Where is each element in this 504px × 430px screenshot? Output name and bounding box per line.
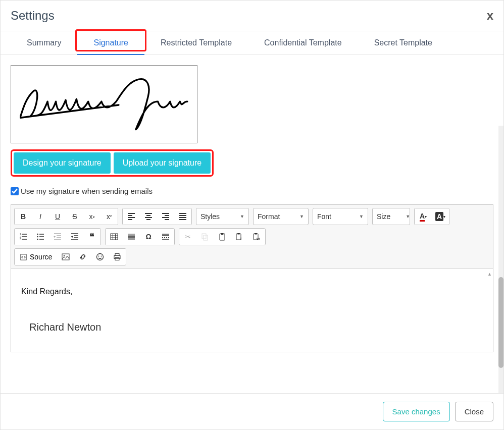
subscript-icon[interactable]: x₂ (83, 208, 100, 225)
scroll-up-icon[interactable]: ▲ (487, 270, 492, 279)
image-icon[interactable] (57, 249, 74, 265)
highlight-color-icon[interactable]: A▾ (432, 208, 449, 225)
svg-rect-12 (237, 233, 240, 235)
svg-rect-23 (115, 254, 119, 256)
editor-content[interactable]: ▲ Kind Regards, Richard Newton (11, 269, 493, 352)
svg-text:W: W (257, 237, 260, 241)
svg-text:3: 3 (20, 238, 21, 241)
toolbar-row-1: B I U S x₂ x² Styles▼ (14, 208, 490, 225)
svg-point-20 (97, 254, 104, 260)
source-button[interactable]: Source (15, 249, 57, 265)
svg-rect-6 (111, 234, 118, 240)
table-icon[interactable] (106, 229, 123, 245)
svg-text:T: T (240, 237, 242, 241)
indent-icon[interactable] (66, 229, 83, 245)
rich-text-editor: B I U S x₂ x² Styles▼ (11, 204, 493, 352)
signature-name: Richard Newton (21, 317, 483, 337)
hr-icon[interactable] (123, 229, 140, 245)
outdent-icon[interactable] (49, 229, 66, 245)
upload-signature-button[interactable]: Upload your signature (114, 152, 211, 174)
align-center-icon[interactable] (140, 208, 157, 225)
print-icon[interactable] (109, 249, 126, 265)
text-color-icon[interactable]: A▾ (415, 208, 432, 225)
svg-rect-15 (255, 233, 257, 235)
modal-footer: Save changes Close (1, 393, 503, 429)
paste-text-icon[interactable]: T (231, 229, 248, 245)
strikethrough-icon[interactable]: S (66, 208, 83, 225)
tab-bar: Summary Signature Restricted Template Co… (1, 31, 503, 55)
tab-content: Design your signature Upload your signat… (1, 55, 503, 393)
close-button[interactable]: Close (455, 402, 493, 421)
font-dropdown[interactable]: Font▼ (313, 208, 368, 225)
superscript-icon[interactable]: x² (100, 208, 118, 225)
use-signature-label: Use my signature when sending emails (21, 187, 153, 195)
font-label: Font (317, 212, 331, 221)
svg-point-22 (101, 256, 102, 257)
format-dropdown[interactable]: Format▼ (253, 208, 309, 225)
justify-icon[interactable] (174, 208, 191, 225)
signature-preview (11, 65, 197, 143)
tab-confidential[interactable]: Confidential Template (248, 31, 358, 55)
tab-summary[interactable]: Summary (11, 31, 77, 55)
page-break-icon[interactable] (157, 229, 174, 245)
copy-icon[interactable] (196, 229, 214, 245)
svg-rect-7 (202, 234, 206, 239)
special-char-icon[interactable]: Ω (140, 229, 157, 245)
paste-icon[interactable] (214, 229, 231, 245)
tab-restricted[interactable]: Restricted Template (144, 31, 248, 55)
svg-rect-10 (221, 233, 224, 235)
svg-point-19 (64, 255, 65, 257)
svg-point-4 (37, 236, 38, 238)
numbered-list-icon[interactable]: 123 (15, 229, 32, 245)
link-icon[interactable] (74, 249, 91, 265)
align-left-icon[interactable] (123, 208, 140, 225)
svg-point-3 (37, 234, 38, 235)
editor-wrapper: B I U S x₂ x² Styles▼ (11, 204, 493, 352)
signature-greeting: Kind Regards, (21, 284, 483, 299)
source-label: Source (30, 253, 52, 261)
tab-secret[interactable]: Secret Template (358, 31, 448, 55)
bold-icon[interactable]: B (15, 208, 32, 225)
bullet-list-icon[interactable] (32, 229, 49, 245)
svg-rect-8 (204, 235, 208, 240)
tab-signature-wrapper: Signature (77, 31, 144, 55)
svg-point-5 (37, 239, 38, 240)
paste-word-icon[interactable]: W (248, 229, 265, 245)
format-label: Format (258, 212, 280, 221)
design-signature-button[interactable]: Design your signature (14, 152, 111, 174)
close-icon[interactable]: x (487, 9, 493, 23)
modal-header: Settings x (1, 1, 503, 31)
svg-point-21 (98, 256, 99, 257)
cut-icon[interactable]: ✂ (179, 229, 196, 245)
toolbar-row-3: Source (14, 248, 490, 265)
italic-icon[interactable]: I (32, 208, 49, 225)
settings-modal: Settings x Summary Signature Restricted … (0, 0, 504, 430)
editor-toolbar: B I U S x₂ x² Styles▼ (11, 205, 493, 269)
blockquote-icon[interactable]: ❝ (83, 229, 100, 245)
size-dropdown[interactable]: Size▼ (372, 208, 410, 225)
toolbar-row-2: 123 ❝ Ω ✂ (14, 228, 490, 245)
underline-icon[interactable]: U (49, 208, 66, 225)
save-changes-button[interactable]: Save changes (383, 402, 450, 421)
scrollbar-thumb[interactable] (498, 277, 503, 368)
styles-dropdown[interactable]: Styles▼ (196, 208, 249, 225)
signature-buttons-highlighted: Design your signature Upload your signat… (11, 149, 214, 177)
signature-image (16, 71, 192, 137)
emoji-icon[interactable] (91, 249, 109, 265)
tab-signature[interactable]: Signature (77, 31, 144, 55)
use-signature-checkbox-row[interactable]: Use my signature when sending emails (11, 187, 493, 195)
source-icon (20, 253, 27, 261)
size-label: Size (377, 212, 390, 221)
use-signature-checkbox[interactable] (11, 187, 19, 195)
content-scrollbar[interactable] (498, 126, 503, 393)
styles-label: Styles (200, 212, 220, 221)
align-right-icon[interactable] (157, 208, 174, 225)
modal-title: Settings (11, 9, 55, 23)
